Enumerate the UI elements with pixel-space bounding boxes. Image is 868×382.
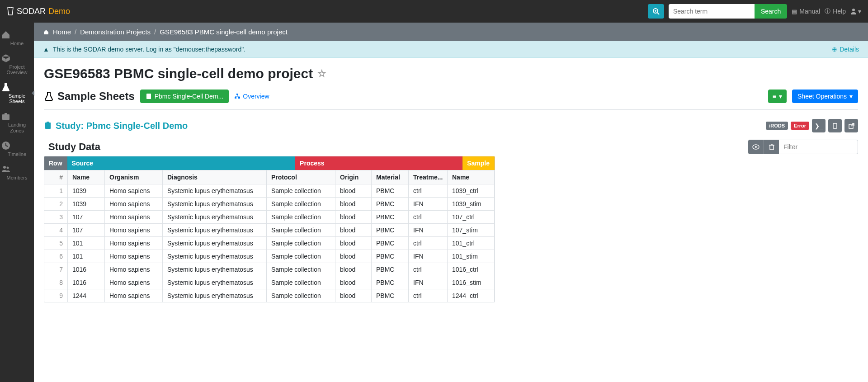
col-protocol[interactable]: Protocol xyxy=(267,170,335,184)
brand[interactable]: SODAR Demo xyxy=(7,7,70,16)
cell[interactable]: 1244 xyxy=(68,289,105,302)
table-row[interactable]: 81016Homo sapiensSystemic lupus erythema… xyxy=(44,276,495,289)
study-title[interactable]: Study: Pbmc Single-Cell Demo xyxy=(44,121,188,131)
cell[interactable]: IFN xyxy=(409,224,448,236)
cell[interactable]: Homo sapiens xyxy=(105,250,163,263)
cell[interactable]: 107 xyxy=(68,224,105,236)
cell[interactable]: 3 xyxy=(44,211,68,223)
cell[interactable]: Sample collection xyxy=(267,211,335,223)
cell[interactable]: IFN xyxy=(409,250,448,263)
cell[interactable]: 6 xyxy=(44,250,68,263)
delete-button[interactable] xyxy=(764,140,779,154)
cell[interactable]: PBMC xyxy=(372,276,409,289)
cell[interactable]: Homo sapiens xyxy=(105,211,163,223)
cell[interactable]: Sample collection xyxy=(267,263,335,276)
table-row[interactable]: 6101Homo sapiensSystemic lupus erythemat… xyxy=(44,250,495,263)
cell[interactable]: 8 xyxy=(44,276,68,289)
cell[interactable]: 101 xyxy=(68,237,105,250)
table-row[interactable]: 4107Homo sapiensSystemic lupus erythemat… xyxy=(44,224,495,237)
breadcrumb-home[interactable]: Home xyxy=(53,28,71,36)
cell[interactable]: blood xyxy=(335,211,372,223)
cell[interactable]: 1016 xyxy=(68,263,105,276)
cell[interactable]: Homo sapiens xyxy=(105,198,163,210)
cell[interactable]: ctrl xyxy=(409,263,448,276)
search-button[interactable]: Search xyxy=(755,4,787,19)
cell[interactable]: PBMC xyxy=(372,250,409,263)
cell[interactable]: 1 xyxy=(44,184,68,197)
cell[interactable]: 101_ctrl xyxy=(448,237,495,250)
cell[interactable]: Systemic lupus erythematosus xyxy=(163,263,267,276)
cell[interactable]: Sample collection xyxy=(267,198,335,210)
cell[interactable]: 107_ctrl xyxy=(448,211,495,223)
terminal-button[interactable]: ❯_ xyxy=(812,119,826,132)
cell[interactable]: 1016_stim xyxy=(448,276,495,289)
cell[interactable]: Sample collection xyxy=(267,289,335,302)
user-menu[interactable]: ▾ xyxy=(850,8,861,15)
col-diagnosis[interactable]: Diagnosis xyxy=(163,170,267,184)
cell[interactable]: 1244_ctrl xyxy=(448,289,495,302)
cell[interactable]: Sample collection xyxy=(267,184,335,197)
col-material[interactable]: Material xyxy=(372,170,409,184)
cell[interactable]: Systemic lupus erythematosus xyxy=(163,211,267,223)
col-treatment[interactable]: Treatme... xyxy=(409,170,448,184)
table-row[interactable]: 5101Homo sapiensSystemic lupus erythemat… xyxy=(44,237,495,250)
cell[interactable]: PBMC xyxy=(372,289,409,302)
cell[interactable]: Systemic lupus erythematosus xyxy=(163,237,267,250)
cell[interactable]: blood xyxy=(335,184,372,197)
cell[interactable]: blood xyxy=(335,289,372,302)
external-link-button[interactable] xyxy=(844,119,858,132)
sheet-operations-button[interactable]: Sheet Operations ▾ xyxy=(792,90,858,103)
cell[interactable]: ctrl xyxy=(409,289,448,302)
cell[interactable]: PBMC xyxy=(372,224,409,236)
sidebar-item-sample-sheets[interactable]: Sample Sheets xyxy=(0,79,34,108)
cell[interactable]: Systemic lupus erythematosus xyxy=(163,250,267,263)
cell[interactable]: Sample collection xyxy=(267,237,335,250)
cell[interactable]: Homo sapiens xyxy=(105,289,163,302)
cell[interactable]: blood xyxy=(335,263,372,276)
cell[interactable]: 1039_stim xyxy=(448,198,495,210)
table-row[interactable]: 91244Homo sapiensSystemic lupus erythema… xyxy=(44,289,495,302)
col-origin[interactable]: Origin xyxy=(335,170,372,184)
cell[interactable]: 107_stim xyxy=(448,224,495,236)
cell[interactable]: Systemic lupus erythematosus xyxy=(163,224,267,236)
table-row[interactable]: 3107Homo sapiensSystemic lupus erythemat… xyxy=(44,211,495,224)
cell[interactable]: IFN xyxy=(409,276,448,289)
cell[interactable]: Homo sapiens xyxy=(105,263,163,276)
cell[interactable]: 5 xyxy=(44,237,68,250)
cell[interactable]: PBMC xyxy=(372,198,409,210)
help-link[interactable]: ⓘ Help xyxy=(825,7,846,15)
table-row[interactable]: 71016Homo sapiensSystemic lupus erythema… xyxy=(44,263,495,276)
alert-details-toggle[interactable]: ⊕ Details xyxy=(832,46,859,53)
cell[interactable]: 9 xyxy=(44,289,68,302)
study-dropdown-button[interactable]: Pbmc Single-Cell Dem... xyxy=(140,90,229,103)
cell[interactable]: Sample collection xyxy=(267,276,335,289)
sidebar-item-home[interactable]: Home xyxy=(0,26,34,50)
sidebar-item-members[interactable]: Members xyxy=(0,160,34,184)
cell[interactable]: 2 xyxy=(44,198,68,210)
cell[interactable]: 101 xyxy=(68,250,105,263)
cell[interactable]: blood xyxy=(335,224,372,236)
col-index[interactable]: # xyxy=(44,170,68,184)
sidebar-item-landing-zones[interactable]: Landing Zones xyxy=(0,108,34,137)
cell[interactable]: 1016 xyxy=(68,276,105,289)
cell[interactable]: Systemic lupus erythematosus xyxy=(163,184,267,197)
cell[interactable]: ctrl xyxy=(409,237,448,250)
overview-link[interactable]: Overview xyxy=(234,93,269,100)
cell[interactable]: ctrl xyxy=(409,211,448,223)
cell[interactable]: Sample collection xyxy=(267,224,335,236)
cell[interactable]: Homo sapiens xyxy=(105,224,163,236)
cell[interactable]: PBMC xyxy=(372,263,409,276)
col-organism[interactable]: Organism xyxy=(105,170,163,184)
cell[interactable]: Homo sapiens xyxy=(105,276,163,289)
cell[interactable]: blood xyxy=(335,237,372,250)
sidebar-item-timeline[interactable]: Timeline xyxy=(0,137,34,160)
cell[interactable]: 1039 xyxy=(68,184,105,197)
cell[interactable]: 7 xyxy=(44,263,68,276)
advanced-search-button[interactable] xyxy=(648,4,664,19)
cell[interactable]: 4 xyxy=(44,224,68,236)
col-sample-name[interactable]: Name xyxy=(448,170,495,184)
visibility-button[interactable] xyxy=(748,140,764,154)
manual-link[interactable]: ▤ Manual xyxy=(792,8,820,15)
col-name[interactable]: Name xyxy=(68,170,105,184)
cell[interactable]: PBMC xyxy=(372,237,409,250)
